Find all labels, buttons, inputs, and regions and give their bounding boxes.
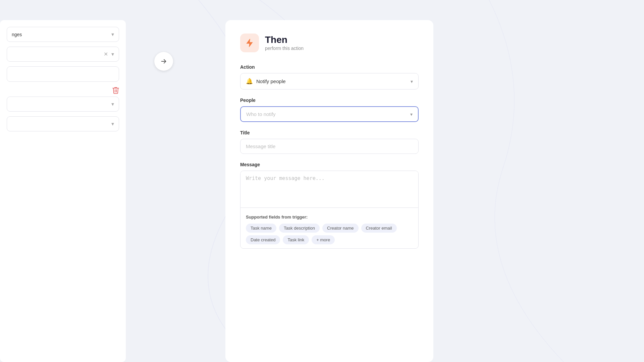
then-text-group: Then perform this action	[265, 35, 304, 51]
then-header: Then perform this action	[240, 34, 419, 52]
chevron-down-icon-people: ▾	[410, 112, 413, 117]
left-row-1[interactable]: nges ▾	[7, 27, 119, 42]
action-label: Action	[240, 64, 419, 70]
message-section: Message Supported fields from trigger: T…	[240, 162, 419, 249]
tag-date-created[interactable]: Date created	[246, 235, 280, 244]
chevron-down-icon-4: ▾	[111, 101, 114, 107]
message-label: Message	[240, 162, 419, 167]
chevron-down-icon-5: ▾	[111, 121, 114, 127]
left-panel: nges ▾ ✕ ▾ ▾ ▾	[0, 20, 126, 362]
people-dropdown-placeholder: Who to notify	[246, 111, 276, 117]
supported-fields-title: Supported fields from trigger:	[246, 215, 413, 220]
tag-task-description[interactable]: Task description	[279, 224, 320, 233]
left-row-1-label: nges	[12, 32, 22, 37]
message-box: Supported fields from trigger: Task name…	[240, 171, 419, 249]
action-dropdown-left: 🔔 Notify people	[246, 78, 286, 85]
close-icon-button[interactable]: ✕	[104, 51, 108, 57]
people-section: People Who to notify ▾	[240, 98, 419, 122]
delete-icon-row	[7, 86, 119, 94]
fields-tags: Task name Task description Creator name …	[246, 224, 413, 244]
tag-creator-name[interactable]: Creator name	[322, 224, 358, 233]
left-row-5[interactable]: ▾	[7, 116, 119, 131]
message-textarea[interactable]	[240, 171, 418, 208]
tag-more[interactable]: + more	[312, 235, 335, 244]
then-icon	[240, 34, 259, 52]
tag-task-name[interactable]: Task name	[246, 224, 276, 233]
people-dropdown[interactable]: Who to notify ▾	[240, 106, 419, 122]
right-panel: Then perform this action Action 🔔 Notify…	[225, 20, 433, 362]
chevron-down-icon: ▾	[111, 31, 114, 38]
action-section: Action 🔔 Notify people ▾	[240, 64, 419, 89]
then-title: Then	[265, 35, 304, 45]
then-subtitle: perform this action	[265, 46, 304, 51]
supported-fields-inner: Supported fields from trigger: Task name…	[240, 209, 418, 248]
left-row-4[interactable]: ▾	[7, 97, 119, 112]
delete-button[interactable]	[112, 86, 119, 94]
people-dropdown-left: Who to notify	[246, 111, 276, 117]
title-input[interactable]	[240, 139, 419, 154]
left-row-3[interactable]	[7, 66, 119, 82]
title-section: Title	[240, 130, 419, 154]
chevron-down-icon-action: ▾	[411, 79, 413, 84]
title-label: Title	[240, 130, 419, 135]
arrow-connector	[154, 52, 173, 71]
action-dropdown-value: Notify people	[256, 78, 286, 84]
tag-task-link[interactable]: Task link	[283, 235, 309, 244]
left-row-2-icons: ✕ ▾	[104, 51, 114, 57]
tag-creator-email[interactable]: Creator email	[361, 224, 397, 233]
bell-icon: 🔔	[246, 78, 253, 85]
people-label: People	[240, 98, 419, 103]
action-dropdown[interactable]: 🔔 Notify people ▾	[240, 73, 419, 89]
left-row-2[interactable]: ✕ ▾	[7, 47, 119, 62]
chevron-down-icon-button[interactable]: ▾	[111, 51, 114, 57]
